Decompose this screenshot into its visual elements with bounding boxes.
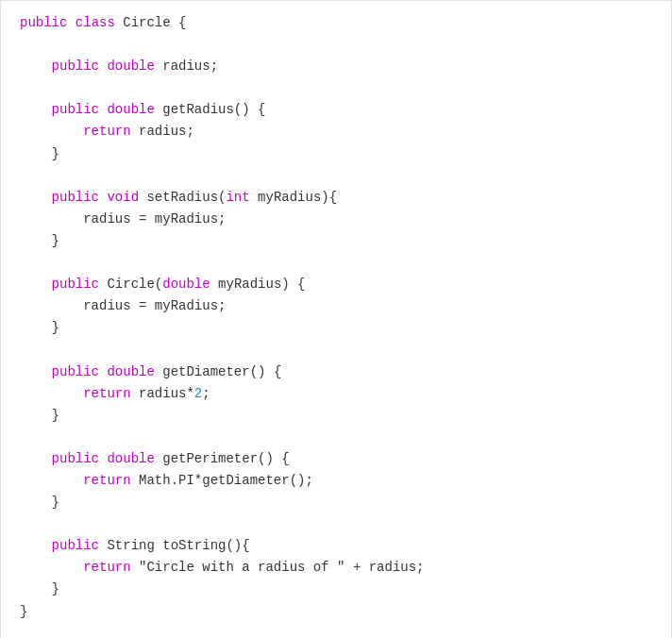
code-editor: public class Circle { public double radi… bbox=[0, 0, 672, 638]
code-line-14: radius = myRadius; bbox=[20, 295, 652, 317]
code-line-7: } bbox=[20, 143, 652, 165]
keyword-public6: public bbox=[52, 364, 99, 379]
keyword-public: public bbox=[20, 15, 67, 30]
keyword-public5: public bbox=[52, 277, 99, 292]
code-line-19: } bbox=[20, 405, 652, 427]
code-line-23: } bbox=[20, 492, 652, 513]
code-line-16 bbox=[20, 339, 652, 361]
keyword-public2: public bbox=[52, 59, 99, 74]
keyword-double4: double bbox=[107, 364, 154, 379]
code-line-21: public double getPerimeter() { bbox=[20, 448, 652, 470]
code-line-13: public Circle(double myRadius) { bbox=[20, 274, 652, 295]
code-line-4 bbox=[20, 77, 652, 99]
code-line-1: public class Circle { bbox=[20, 12, 652, 34]
code-line-28: } bbox=[20, 601, 652, 623]
code-line-6: return radius; bbox=[20, 121, 652, 143]
code-line-10: radius = myRadius; bbox=[20, 209, 652, 230]
code-line-11: } bbox=[20, 230, 652, 252]
keyword-double: double bbox=[107, 59, 154, 74]
code-line-3: public double radius; bbox=[20, 56, 652, 77]
code-line-18: return radius*2; bbox=[20, 383, 652, 405]
keyword-return4: return bbox=[83, 560, 130, 575]
code-line-5: public double getRadius() { bbox=[20, 99, 652, 121]
code-line-20 bbox=[20, 427, 652, 448]
code-line-17: public double getDiameter() { bbox=[20, 361, 652, 383]
keyword-double3: double bbox=[162, 277, 210, 292]
keyword-double5: double bbox=[107, 451, 154, 466]
keyword-return3: return bbox=[83, 473, 130, 488]
keyword-public8: public bbox=[52, 538, 99, 553]
code-line-8 bbox=[20, 165, 652, 187]
code-line-12 bbox=[20, 252, 652, 274]
code-line-26: return "Circle with a radius of " + radi… bbox=[20, 557, 652, 579]
code-line-9: public void setRadius(int myRadius){ bbox=[20, 187, 652, 209]
code-line-15: } bbox=[20, 317, 652, 339]
code-line-25: public String toString(){ bbox=[20, 535, 652, 557]
keyword-public7: public bbox=[52, 451, 99, 466]
keyword-public3: public bbox=[52, 102, 99, 117]
keyword-double2: double bbox=[107, 102, 154, 117]
number-2: 2 bbox=[194, 386, 202, 401]
keyword-return1: return bbox=[83, 124, 130, 139]
code-line-24 bbox=[20, 513, 652, 535]
keyword-int: int bbox=[226, 190, 249, 205]
keyword-class: class bbox=[76, 15, 115, 30]
code-line-22: return Math.PI*getDiameter(); bbox=[20, 470, 652, 492]
keyword-void: void bbox=[107, 190, 139, 205]
keyword-return2: return bbox=[83, 386, 130, 401]
keyword-public4: public bbox=[52, 190, 99, 205]
code-line-27: } bbox=[20, 579, 652, 600]
code-line-2 bbox=[20, 34, 652, 56]
